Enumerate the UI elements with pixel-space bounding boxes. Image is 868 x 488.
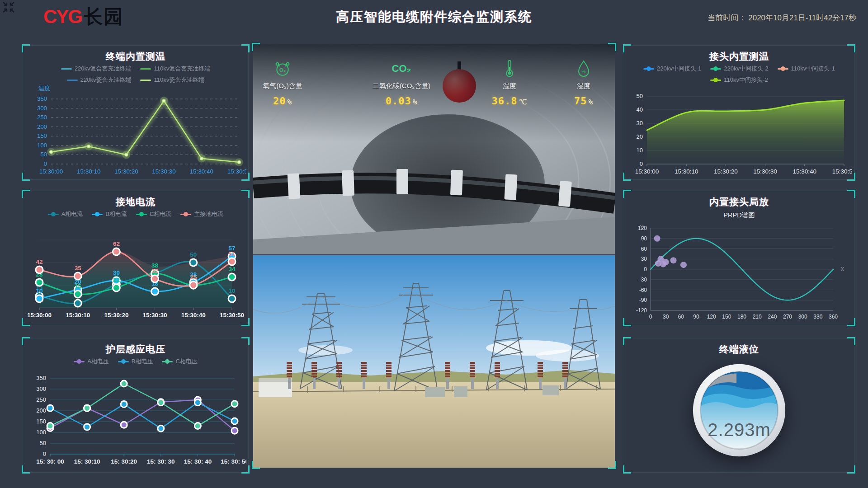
svg-text:15:30:30: 15:30:30 xyxy=(143,312,167,319)
svg-text:150: 150 xyxy=(722,314,731,320)
svg-text:10: 10 xyxy=(228,287,235,294)
svg-text:300: 300 xyxy=(36,385,46,392)
legend-item[interactable]: C相电压 xyxy=(162,357,197,366)
current-time: 当前时间： 2020年10月21日-11时42分17秒 xyxy=(708,13,857,23)
svg-text:-90: -90 xyxy=(639,297,647,303)
legend-item[interactable]: 110kv中间接头-2 xyxy=(710,76,768,84)
legend: A相电流B相电流C相电流主接地电流 xyxy=(23,210,248,218)
svg-text:15: 30: 50: 15: 30: 50 xyxy=(221,458,246,465)
joint-temp-chart: 0102030405015:30:0015:30:1015:30:2015:30… xyxy=(626,93,852,178)
svg-text:50: 50 xyxy=(40,440,46,446)
legend-item[interactable]: C相电流 xyxy=(136,210,171,218)
svg-text:250: 250 xyxy=(36,396,46,403)
svg-text:15:30:00: 15:30:00 xyxy=(635,168,659,175)
prpd-subtitle: PRPD谱图 xyxy=(624,211,854,220)
terminal-temp-chart: 05010015020025030035015:30:0015:30:1015:… xyxy=(25,93,246,178)
svg-text:0: 0 xyxy=(649,314,652,320)
legend-item[interactable]: 110kv中间接头-1 xyxy=(778,65,835,73)
sensor-label: 温度 xyxy=(476,82,543,90)
svg-text:30: 30 xyxy=(663,314,669,320)
liquid-level-value: 2.293m xyxy=(691,420,788,440)
svg-text:40: 40 xyxy=(637,106,643,113)
svg-text:150: 150 xyxy=(37,132,47,139)
y-axis-label: 温度 xyxy=(38,84,50,93)
svg-text:15:30:40: 15:30:40 xyxy=(190,168,214,175)
middle-column: O₂ 氧气(O₂)含量 20% CO₂ 二氧化碳(CO₂含量) 0.03% xyxy=(253,44,615,468)
svg-text:-30: -30 xyxy=(639,277,647,283)
svg-text:15:30:20: 15:30:20 xyxy=(104,312,128,319)
svg-text:270: 270 xyxy=(783,314,792,320)
svg-text:240: 240 xyxy=(768,314,777,320)
svg-text:15:30:30: 15:30:30 xyxy=(152,168,176,175)
svg-text:350: 350 xyxy=(37,95,47,102)
svg-text:51: 51 xyxy=(228,250,236,257)
svg-text:42: 42 xyxy=(36,258,42,265)
svg-text:0: 0 xyxy=(43,450,46,457)
legend-item[interactable]: B相电压 xyxy=(118,357,153,366)
prpd-chart: -120-90-60-30030609012003060901201501802… xyxy=(626,223,852,323)
svg-text:15: 30: 40: 15: 30: 40 xyxy=(184,458,212,465)
svg-text:250: 250 xyxy=(37,114,47,121)
svg-text:100: 100 xyxy=(37,142,47,149)
sensor-value: 0.03% xyxy=(365,95,438,107)
legend-item[interactable]: B相电流 xyxy=(92,210,127,218)
svg-text:15: 30:10: 15: 30:10 xyxy=(74,458,100,465)
svg-text:10: 10 xyxy=(36,287,42,294)
collapse-icon[interactable] xyxy=(2,1,15,14)
legend-item[interactable]: 主接地电流 xyxy=(180,210,223,218)
legend-item[interactable]: A相电压 xyxy=(74,357,109,366)
svg-text:50: 50 xyxy=(190,251,197,258)
panel-title: 终端液位 xyxy=(624,343,854,356)
svg-text:22: 22 xyxy=(113,277,120,283)
svg-text:15: 15 xyxy=(75,283,82,290)
sensor-co2: CO₂ 二氧化碳(CO₂含量) 0.03% xyxy=(365,60,438,107)
svg-text:62: 62 xyxy=(113,240,120,247)
sensor-value: 20% xyxy=(253,95,316,107)
panel-joint-temp: 接头内置测温 220kv中间接头-1220kv中间接头-2110kv中间接头-1… xyxy=(624,45,854,180)
legend-item[interactable]: A相电流 xyxy=(48,210,83,218)
legend: A相电压B相电压C相电压 xyxy=(23,357,248,366)
svg-text:35: 35 xyxy=(75,265,82,272)
legend: 220kv复合套充油终端110kv复合套充油终端220kv瓷套充油终端110kv… xyxy=(23,65,248,84)
panel-terminal-temp: 终端内置测温 220kv复合套充油终端110kv复合套充油终端220kv瓷套充油… xyxy=(23,45,249,180)
svg-text:100: 100 xyxy=(36,429,46,436)
legend-item[interactable]: 110kv复合套充油终端 xyxy=(140,65,210,73)
logo: CYG长园 xyxy=(43,7,123,26)
legend-item[interactable]: 220kv复合套充油终端 xyxy=(61,65,132,73)
legend-item[interactable]: 220kv瓷套充油终端 xyxy=(67,76,132,84)
panel-sheath-voltage: 护层感应电压 A相电压B相电压C相电压 05010015020025030035… xyxy=(23,338,249,473)
svg-text:X: X xyxy=(840,266,844,272)
sensor-humidity: % 湿度 75% xyxy=(553,60,614,107)
legend-item[interactable]: 220kv中间接头-1 xyxy=(643,65,701,73)
svg-text:-60: -60 xyxy=(639,287,647,293)
o2-icon: O₂ xyxy=(253,60,316,78)
svg-text:120: 120 xyxy=(707,314,716,320)
svg-text:15: 30:20: 15: 30:20 xyxy=(111,458,137,465)
sensor-o2: O₂ 氧气(O₂)含量 20% xyxy=(253,60,316,107)
svg-text:32: 32 xyxy=(151,267,158,274)
sensor-value: 75% xyxy=(553,95,614,107)
legend-item[interactable]: 220kv中间接头-2 xyxy=(710,65,768,73)
svg-text:210: 210 xyxy=(753,314,762,320)
humidity-icon: % xyxy=(553,60,614,78)
sensor-value: 36.8℃ xyxy=(476,95,543,107)
svg-text:30: 30 xyxy=(641,256,647,262)
svg-text:300: 300 xyxy=(37,105,47,112)
logo-cyg: CYG xyxy=(43,6,82,27)
sheath-voltage-chart: 05010015020025030035015: 30: 0015: 30:10… xyxy=(25,374,246,470)
legend: 220kv中间接头-1220kv中间接头-2110kv中间接头-1110kv中间… xyxy=(624,65,854,84)
svg-text:15: 30: 00: 15: 30: 00 xyxy=(36,458,64,465)
page-title: 高压智能电缆附件综合监测系统 xyxy=(336,8,532,26)
legend-item[interactable]: 110kv瓷套充油终端 xyxy=(140,76,204,84)
svg-text:200: 200 xyxy=(36,407,46,414)
svg-text:15:30:10: 15:30:10 xyxy=(77,168,101,175)
header: CYG长园 高压智能电缆附件综合监测系统 当前时间： 2020年10月21日-1… xyxy=(0,0,868,36)
panel-title: 护层感应电压 xyxy=(23,343,248,356)
substation-photo-art xyxy=(253,255,615,468)
thermometer-icon xyxy=(476,60,543,78)
time-value: 2020年10月21日-11时42分17秒 xyxy=(748,14,856,22)
svg-text:25: 25 xyxy=(190,274,197,281)
svg-text:0: 0 xyxy=(640,160,643,167)
sensor-temperature: 温度 36.8℃ xyxy=(476,60,543,107)
svg-text:200: 200 xyxy=(37,123,47,130)
